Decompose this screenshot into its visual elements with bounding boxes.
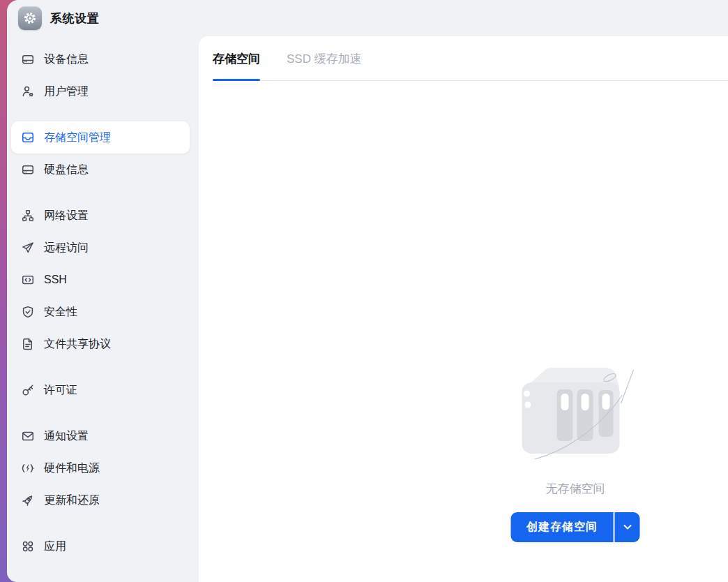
- create-storage-split-button[interactable]: 创建存储空间: [511, 512, 640, 542]
- page-title: 系统设置: [50, 10, 99, 27]
- sidebar-item-network-settings[interactable]: 网络设置: [11, 200, 190, 232]
- sidebar-item-label: 硬件和电源: [44, 461, 100, 476]
- nas-device-illustration: [516, 361, 635, 459]
- security-shield-icon: [21, 305, 35, 319]
- sidebar-item-label: SSH: [44, 274, 67, 286]
- license-key-icon: [21, 383, 35, 397]
- tab-label: 存储空间: [213, 51, 260, 67]
- system-settings-window: 系统设置 设备信息: [7, 0, 728, 582]
- sidebar-item-user-management[interactable]: 用户管理: [11, 75, 190, 107]
- settings-sidebar: 设备信息 用户管理: [7, 43, 199, 562]
- sidebar-item-security[interactable]: 安全性: [11, 296, 190, 328]
- sidebar-item-update-restore[interactable]: 更新和还原: [11, 484, 190, 516]
- sidebar-item-remote-access[interactable]: 远程访问: [11, 232, 190, 264]
- sidebar-item-label: 通知设置: [44, 429, 89, 444]
- sidebar-item-disk-info[interactable]: 硬盘信息: [11, 154, 190, 186]
- device-icon: [21, 52, 35, 66]
- empty-storage-state: 无存储空间 创建存储空间: [511, 361, 640, 542]
- sidebar-item-label: 应用: [44, 539, 66, 554]
- sidebar-item-label: 网络设置: [44, 209, 89, 223]
- apps-grid-icon: [21, 539, 35, 553]
- sidebar-item-apps[interactable]: 应用: [11, 530, 190, 562]
- sidebar-item-license[interactable]: 许可证: [11, 374, 190, 406]
- notification-mail-icon: [21, 429, 35, 443]
- sidebar-item-device-info[interactable]: 设备信息: [11, 43, 190, 75]
- create-storage-button[interactable]: 创建存储空间: [511, 512, 614, 542]
- content-panel: 存储空间 SSD 缓存加速: [199, 36, 728, 582]
- user-settings-icon: [21, 84, 35, 98]
- sidebar-item-label: 用户管理: [44, 84, 89, 99]
- update-restore-icon: [21, 493, 35, 507]
- sidebar-item-label: 许可证: [44, 383, 77, 398]
- empty-state-message: 无存储空间: [546, 482, 605, 497]
- storage-tabbar: 存储空间 SSD 缓存加速: [199, 36, 728, 81]
- hard-disk-icon: [21, 163, 35, 177]
- sidebar-item-file-sharing[interactable]: 文件共享协议: [11, 328, 190, 360]
- sidebar-item-storage-management[interactable]: 存储空间管理: [11, 121, 190, 154]
- ssh-icon: [21, 273, 35, 287]
- tab-storage-space[interactable]: 存储空间: [213, 36, 260, 81]
- file-share-icon: [21, 337, 35, 351]
- storage-pool-icon: [21, 130, 35, 144]
- sidebar-item-label: 设备信息: [44, 52, 89, 67]
- sidebar-item-label: 文件共享协议: [44, 337, 111, 352]
- sidebar-item-label: 远程访问: [44, 241, 89, 255]
- window-header: 系统设置: [7, 0, 99, 36]
- sidebar-item-label: 硬盘信息: [44, 163, 89, 177]
- tab-ssd-cache[interactable]: SSD 缓存加速: [287, 36, 362, 81]
- hardware-power-icon: [21, 461, 35, 475]
- remote-access-icon: [21, 241, 35, 255]
- tab-label: SSD 缓存加速: [287, 51, 362, 67]
- sidebar-item-hardware-power[interactable]: 硬件和电源: [11, 452, 190, 484]
- sidebar-item-ssh[interactable]: SSH: [11, 264, 190, 296]
- sidebar-item-label: 存储空间管理: [44, 130, 111, 145]
- screen: 系统设置 设备信息: [0, 0, 728, 582]
- network-icon: [21, 209, 35, 223]
- settings-app-icon: [18, 6, 42, 30]
- sidebar-item-notifications[interactable]: 通知设置: [11, 420, 190, 452]
- sidebar-item-label: 更新和还原: [44, 493, 100, 508]
- sidebar-item-label: 安全性: [44, 305, 77, 320]
- chevron-down-icon[interactable]: [615, 512, 640, 542]
